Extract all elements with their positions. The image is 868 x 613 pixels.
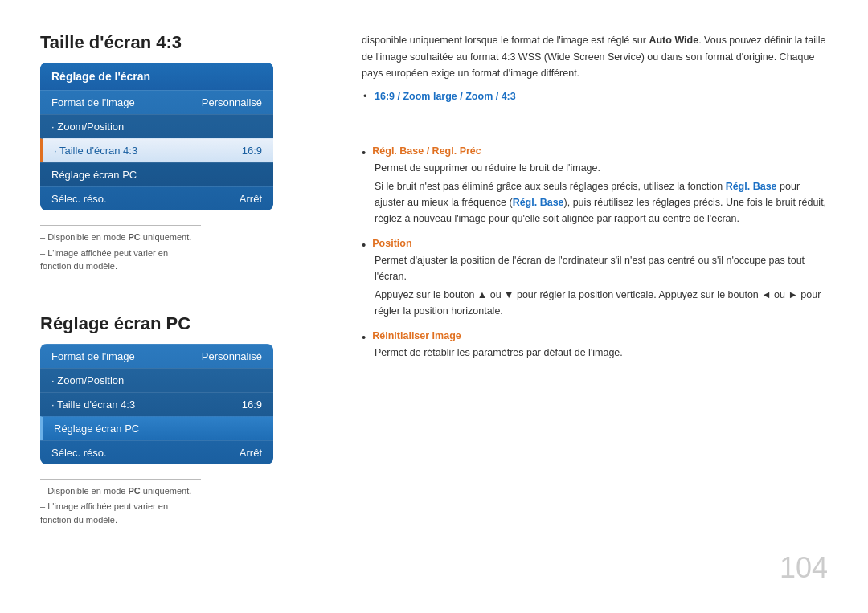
menu-item-active[interactable]: Réglage écran PC (40, 416, 273, 440)
menu-item[interactable]: · Zoom/Position (40, 368, 273, 392)
menu-item-value: 16:9 (242, 145, 262, 157)
section-reinitialiser: • Réinitialiser Image Permet de rétablir… (362, 330, 828, 361)
menu-item-label: · Zoom/Position (51, 121, 124, 133)
menu-header-1: Réglage de l'écran (40, 63, 273, 90)
menu-item-value: Arrêt (240, 447, 262, 459)
footnote: – Disponible en mode PC uniquement. (40, 484, 201, 498)
section-reglage-pc-title: Réglage écran PC (40, 313, 330, 334)
inline-link: Régl. Base (726, 181, 777, 192)
menu-item[interactable]: Sélec. réso. Arrêt (40, 440, 273, 464)
page-number: 104 (780, 551, 828, 585)
bullet-link: 16:9 / Zoom large / Zoom / 4:3 (375, 91, 516, 102)
menu-item-value: Personnalisé (202, 96, 262, 108)
section-reinitialiser-title: Réinitialiser Image (372, 330, 461, 341)
footnote-block-2: – Disponible en mode PC uniquement. – L'… (40, 479, 201, 527)
menu-item[interactable]: · Zoom/Position (40, 114, 273, 138)
menu-item[interactable]: Format de l'image Personnalisé (40, 90, 273, 114)
section-position: • Position Permet d'ajuster la position … (362, 238, 828, 319)
section-position-title: Position (372, 238, 411, 249)
menu-item-label: Réglage écran PC (51, 169, 137, 181)
section-position-text-2: Appuyez sur le bouton ▲ ou ▼ pour régler… (362, 287, 828, 319)
section-regl-base-text-1: Permet de supprimer ou réduire le bruit … (362, 160, 828, 176)
menu-item[interactable]: Format de l'image Personnalisé (40, 344, 273, 368)
footnote: – Disponible en mode PC uniquement. (40, 231, 201, 244)
menu-item-value: Arrêt (240, 193, 262, 205)
section-bullet-dot: • Réinitialiser Image (362, 330, 828, 345)
section-position-text-1: Permet d'ajuster la position de l'écran … (362, 252, 828, 284)
top-paragraph: disponible uniquement lorsque le format … (362, 32, 828, 82)
right-bottom: • Régl. Base / Regl. Préc Permet de supp… (362, 145, 828, 372)
menu-item-label: Réglage écran PC (54, 423, 139, 435)
menu-box-1: Réglage de l'écran Format de l'image Per… (40, 63, 273, 210)
section-bullet-dot: • Position (362, 238, 828, 252)
menu-item[interactable]: · Taille d'écran 4:3 16:9 (40, 392, 273, 416)
section-bullet-dot: • Régl. Base / Regl. Préc (362, 145, 828, 160)
menu-item-label: Format de l'image (51, 350, 135, 362)
menu-item-label: Format de l'image (51, 96, 135, 108)
menu-item[interactable]: Réglage écran PC (40, 162, 273, 186)
bullet-dot: • (362, 238, 366, 252)
bullet-dot: • (362, 145, 366, 160)
menu-item-label: · Taille d'écran 4:3 (54, 145, 137, 157)
page: Taille d'écran 4:3 Réglage de l'écran Fo… (0, 0, 868, 613)
right-top: disponible uniquement lorsque le format … (362, 32, 828, 113)
menu-item-label: Sélec. réso. (51, 447, 107, 459)
menu-item[interactable]: Sélec. réso. Arrêt (40, 186, 273, 210)
left-column: Taille d'écran 4:3 Réglage de l'écran Fo… (40, 32, 330, 581)
footnote: – L'image affichée peut varier en foncti… (40, 247, 201, 273)
section-regl-base: • Régl. Base / Regl. Préc Permet de supp… (362, 145, 828, 227)
footnote-block-1: – Disponible en mode PC uniquement. – L'… (40, 225, 201, 273)
section-regl-base-text-2: Si le bruit n'est pas éliminé grâce aux … (362, 178, 828, 227)
menu-item-label: · Zoom/Position (51, 374, 124, 386)
bullet-dot: • (362, 330, 366, 345)
inline-link: Régl. Base (513, 197, 564, 208)
menu-item-label: Sélec. réso. (51, 193, 107, 205)
menu-item-label: · Taille d'écran 4:3 (51, 398, 135, 411)
menu-item-value: Personnalisé (202, 350, 262, 362)
menu-box-2: Format de l'image Personnalisé · Zoom/Po… (40, 344, 273, 464)
right-column: disponible uniquement lorsque le format … (362, 32, 828, 581)
menu-item-value: 16:9 (242, 398, 262, 411)
top-bullet-list: 16:9 / Zoom large / Zoom / 4:3 (362, 88, 828, 105)
section-taille: Taille d'écran 4:3 Réglage de l'écran Fo… (40, 32, 330, 297)
menu-item-active[interactable]: · Taille d'écran 4:3 16:9 (40, 138, 273, 162)
footnote: – L'image affichée peut varier en foncti… (40, 500, 201, 526)
section-reinitialiser-text: Permet de rétablir les paramètres par dé… (362, 345, 828, 361)
section-taille-title: Taille d'écran 4:3 (40, 32, 330, 53)
section-reglage-pc: Réglage écran PC Format de l'image Perso… (40, 313, 330, 551)
section-regl-base-title: Régl. Base / Regl. Préc (372, 145, 481, 157)
top-bullet-item: 16:9 / Zoom large / Zoom / 4:3 (362, 88, 828, 105)
